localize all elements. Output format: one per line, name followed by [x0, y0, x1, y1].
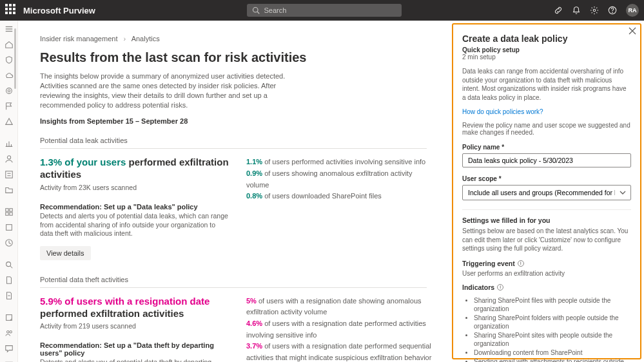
chart-icon[interactable] — [5, 139, 14, 148]
page-icon[interactable] — [5, 276, 14, 285]
svg-point-2 — [593, 9, 596, 12]
filled-settings-header: Settings we filled in for you — [462, 216, 631, 224]
panel-hint: Review the policy name and user scope we… — [462, 122, 631, 136]
settings-icon[interactable] — [590, 6, 599, 15]
avatar[interactable]: RA — [626, 4, 639, 17]
top-bar: Microsoft Purview Search RA — [0, 0, 644, 21]
search-icon — [252, 6, 260, 14]
notification-icon[interactable] — [572, 6, 581, 15]
link-icon[interactable] — [554, 6, 563, 15]
breadcrumb-root[interactable]: Insider risk management — [40, 35, 117, 43]
flag-icon[interactable] — [5, 102, 14, 111]
note-icon[interactable] — [5, 313, 14, 322]
svg-point-4 — [612, 12, 613, 13]
svg-point-20 — [6, 262, 10, 267]
panel-title: Create a data leak policy — [462, 33, 631, 44]
svg-line-21 — [10, 266, 12, 269]
breadcrumb-current: Analytics — [132, 35, 160, 43]
indicators-list: Sharing SharePoint files with people out… — [462, 294, 631, 363]
search-box[interactable]: Search — [247, 4, 402, 17]
svg-rect-18 — [6, 225, 12, 231]
help-icon[interactable] — [608, 6, 617, 15]
brand-title: Microsoft Purview — [23, 6, 95, 15]
triggering-event-header: Triggering eventi — [462, 260, 631, 267]
policy-name-input[interactable] — [462, 153, 631, 167]
target-icon[interactable] — [5, 86, 14, 95]
svg-rect-17 — [9, 213, 12, 215]
close-icon[interactable] — [629, 27, 636, 37]
recommendation-desc: Detects and alerts you of potential data… — [40, 212, 229, 238]
panel-setup-time: 2 min setup — [462, 53, 631, 61]
user-scope-select[interactable]: Include all users and groups (Recommende… — [462, 185, 631, 200]
folder-icon[interactable] — [5, 186, 14, 195]
clock-icon[interactable] — [5, 238, 14, 247]
section-header-data-theft: Potential data theft activities — [40, 276, 427, 288]
home-icon[interactable] — [5, 40, 14, 49]
svg-point-9 — [8, 90, 10, 92]
svg-rect-14 — [5, 209, 8, 211]
menu-icon[interactable] — [5, 24, 14, 33]
chat-icon[interactable] — [5, 344, 14, 353]
page-intro: The insights below provide a summary of … — [40, 71, 304, 110]
indicators-header: Indicatorsi — [462, 283, 631, 291]
search-nav-icon[interactable] — [5, 260, 14, 269]
search-placeholder: Search — [264, 6, 286, 14]
shield-icon[interactable] — [5, 55, 14, 64]
user-scope-label: User scope * — [462, 175, 631, 182]
insight-headline-data-theft: 5.9% of users with a resignation date pe… — [40, 296, 229, 320]
waffle-icon[interactable] — [5, 4, 18, 17]
svg-rect-11 — [5, 171, 12, 178]
info-icon[interactable]: i — [497, 284, 503, 291]
svg-rect-16 — [5, 213, 8, 215]
commerce-icon[interactable] — [5, 359, 14, 362]
triggering-event-text: User performs an exfiltration activity — [462, 270, 631, 277]
recommendation-title: Recommendation: Set up a "Data leaks" po… — [40, 203, 229, 211]
list-icon[interactable] — [5, 170, 14, 179]
info-icon[interactable]: i — [518, 260, 524, 267]
insight-subline: Activity from 23K users scanned — [40, 184, 229, 191]
svg-point-8 — [6, 88, 12, 94]
svg-point-10 — [7, 156, 10, 159]
insight-bullets-data-leak: 1.1% of users performed activities invol… — [246, 157, 433, 260]
svg-point-25 — [9, 331, 12, 334]
insight-subline: Activity from 219 users scanned — [40, 322, 229, 330]
grid-icon[interactable] — [5, 207, 14, 216]
svg-line-1 — [258, 12, 260, 14]
recommendation-desc: Detects and alerts you of potential data… — [40, 358, 229, 362]
alert-icon[interactable] — [5, 117, 14, 126]
doc-icon[interactable] — [5, 291, 14, 300]
insight-bullets-data-theft: 5% of users with a resignation date show… — [246, 296, 433, 362]
policy-name-label: Policy name * — [462, 144, 631, 151]
panel-subtitle: Quick policy setup — [462, 46, 631, 53]
cloud-icon[interactable] — [5, 71, 14, 80]
panel-help-link[interactable]: How do quick policies work? — [462, 108, 631, 115]
filled-settings-desc: Settings below are based on the latest a… — [462, 227, 631, 253]
panel-desc: Data leaks can range from accidental ove… — [462, 67, 631, 102]
recommendation-title: Recommendation: Set up a "Data theft by … — [40, 341, 229, 357]
person-icon[interactable] — [5, 155, 14, 164]
svg-rect-15 — [9, 209, 12, 211]
box-icon[interactable] — [5, 223, 14, 232]
create-policy-panel: Create a data leak policy Quick policy s… — [452, 23, 641, 359]
insight-headline-data-leak: 1.3% of your users performed exfiltratio… — [40, 157, 229, 181]
chevron-down-icon — [620, 189, 626, 198]
people-icon[interactable] — [5, 329, 14, 338]
view-details-button[interactable]: View details — [40, 246, 91, 260]
svg-point-24 — [6, 331, 9, 334]
section-header-data-leak: Potential data leak activities — [40, 137, 427, 149]
scrollbar-thumb[interactable] — [14, 28, 16, 89]
svg-point-0 — [253, 8, 259, 13]
